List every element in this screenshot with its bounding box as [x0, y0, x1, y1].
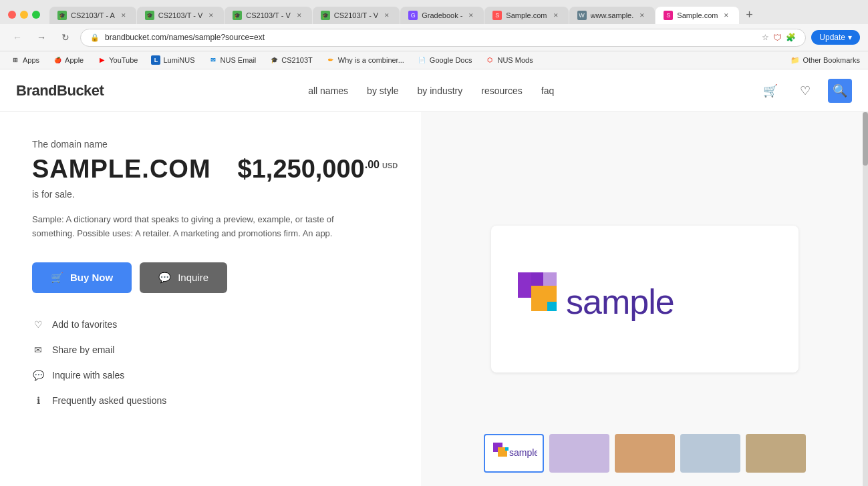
header-actions: 🛒 ♡ 🔍	[758, 79, 852, 103]
logo-thumbnails: sample	[421, 434, 868, 473]
svg-rect-3	[547, 302, 557, 311]
back-button[interactable]: ←	[8, 28, 27, 47]
bookmark-luminus[interactable]: L LumiNUS	[148, 54, 197, 66]
page-content: BrandBucket all names by style by indust…	[0, 69, 868, 486]
bookmark-nus-email[interactable]: ✉ NUS Email	[206, 54, 259, 66]
bookmark-label: Apple	[65, 56, 84, 64]
reload-button[interactable]: ↻	[56, 28, 75, 47]
for-sale-label: is for sale.	[32, 189, 389, 200]
update-button[interactable]: Update ▾	[811, 30, 860, 45]
tab-cs2103t-v2[interactable]: 🎓 CS2103/T - V ✕	[225, 7, 311, 24]
tab-close-icon[interactable]: ✕	[637, 11, 647, 20]
chat-bubble-icon: 💬	[32, 369, 44, 381]
tab-title: Sample.com	[506, 11, 547, 19]
nus-email-icon: ✉	[208, 55, 218, 65]
bookmark-cs2103t[interactable]: 🎓 CS2103T	[267, 54, 315, 66]
price-cents: .00	[365, 159, 380, 170]
tab-cs2103t-a[interactable]: 🎓 CS2103/T - A ✕	[49, 7, 136, 24]
tab-www-sample[interactable]: W www.sample. ✕	[569, 7, 656, 24]
tab-close-icon[interactable]: ✕	[722, 11, 731, 20]
combiner-icon: ✏	[326, 55, 335, 65]
tab-cs2103t-v1[interactable]: 🎓 CS2103/T - V ✕	[137, 7, 224, 24]
tab-close-icon[interactable]: ✕	[551, 11, 561, 20]
other-bookmarks[interactable]: 📁 Other Bookmarks	[790, 56, 860, 65]
nav-all-names[interactable]: all names	[308, 85, 348, 96]
bookmark-google-docs[interactable]: 📄 Google Docs	[415, 54, 475, 66]
new-tab-button[interactable]: +	[740, 5, 758, 24]
bookmark-combiner[interactable]: ✏ Why is a combiner...	[323, 54, 407, 66]
bookmark-label: NUS Mods	[497, 56, 533, 64]
inquire-sales-label: Inquire with sales	[52, 370, 124, 381]
forward-button[interactable]: →	[32, 28, 51, 47]
tab-sample-com-2[interactable]: S Sample.com ✕	[656, 7, 739, 24]
thumbnail-1[interactable]: sample	[484, 434, 544, 473]
tab-title: CS2103/T - V	[246, 11, 290, 19]
inquire-with-sales-button[interactable]: 💬 Inquire with sales	[32, 362, 389, 388]
bookmark-label: Apps	[23, 56, 39, 64]
tab-title: CS2103/T - A	[71, 11, 115, 19]
thumbnail-2[interactable]	[549, 434, 609, 473]
nav-by-industry[interactable]: by industry	[418, 85, 463, 96]
search-icon: 🔍	[833, 83, 847, 98]
tab-cs2103t-v3[interactable]: 🎓 CS2103/T - V ✕	[313, 7, 400, 24]
scrollbar[interactable]	[863, 112, 868, 486]
bookmark-label: Google Docs	[430, 56, 472, 64]
tab-close-icon[interactable]: ✕	[119, 11, 128, 20]
folder-icon: 📁	[790, 56, 800, 65]
bookmark-nus-mods[interactable]: ⬡ NUS Mods	[482, 54, 535, 66]
bookmark-apps[interactable]: ⊞ Apps	[8, 54, 42, 66]
svg-text:sample: sample	[566, 282, 674, 321]
maximize-button[interactable]	[32, 11, 40, 19]
svg-text:sample: sample	[509, 447, 537, 458]
favorites-button[interactable]: ♡	[793, 79, 817, 103]
tab-sample-com-1[interactable]: S Sample.com ✕	[484, 7, 568, 24]
cart-icon: 🛒	[51, 272, 63, 284]
share-email-label: Share by email	[52, 344, 114, 355]
thumbnail-5[interactable]	[746, 434, 806, 473]
tab-title: Gradebook -	[422, 11, 462, 19]
bookmark-youtube[interactable]: ▶ YouTube	[94, 54, 140, 66]
add-to-favorites-button[interactable]: ♡ Add to favorites	[32, 312, 389, 337]
nav-by-style[interactable]: by style	[367, 85, 398, 96]
thumbnail-4[interactable]	[680, 434, 740, 473]
extensions-icon[interactable]: 🧩	[786, 33, 796, 42]
bookmark-label: YouTube	[109, 56, 138, 64]
cart-icon: 🛒	[763, 83, 778, 98]
logo-preview-panel: sample sample	[421, 112, 868, 486]
share-by-email-button[interactable]: ✉ Share by email	[32, 337, 389, 362]
tab-title: CS2103/T - V	[334, 11, 378, 19]
tab-gradebook[interactable]: G Gradebook - ✕	[400, 7, 484, 24]
nav-faq[interactable]: faq	[541, 85, 554, 96]
question-icon: ℹ	[32, 395, 44, 407]
scrollbar-thumb[interactable]	[863, 112, 868, 166]
faq-button[interactable]: ℹ Frequently asked questions	[32, 388, 389, 413]
price-whole: $1,250,000	[238, 155, 365, 183]
apple-icon: 🍎	[53, 55, 62, 65]
bookmark-apple[interactable]: 🍎 Apple	[50, 54, 86, 66]
thumbnail-3[interactable]	[615, 434, 675, 473]
nav-resources[interactable]: resources	[481, 85, 522, 96]
main-body: The domain name SAMPLE.COM $1,250,000.00…	[0, 112, 868, 486]
buy-now-label: Buy Now	[70, 272, 113, 283]
tab-close-icon[interactable]: ✕	[382, 11, 392, 20]
tab-close-icon[interactable]: ✕	[295, 11, 304, 20]
tab-title: CS2103/T - V	[158, 11, 202, 19]
close-button[interactable]	[8, 11, 16, 19]
inquire-label: Inquire	[178, 272, 208, 283]
bookmark-label: CS2103T	[281, 56, 312, 64]
search-button[interactable]: 🔍	[828, 79, 852, 103]
tab-close-icon[interactable]: ✕	[206, 11, 216, 20]
heart-icon: ♡	[800, 83, 811, 98]
cs2103t-icon: 🎓	[269, 55, 279, 65]
bookmark-label: NUS Email	[221, 56, 257, 64]
chevron-down-icon: ▾	[848, 33, 852, 42]
buy-now-button[interactable]: 🛒 Buy Now	[32, 262, 132, 293]
tab-close-icon[interactable]: ✕	[466, 11, 476, 20]
minimize-button[interactable]	[20, 11, 28, 19]
bookmark-star-icon[interactable]: ☆	[762, 33, 769, 42]
cart-button[interactable]: 🛒	[758, 79, 782, 103]
site-logo[interactable]: BrandBucket	[16, 82, 104, 99]
inquire-button[interactable]: 💬 Inquire	[140, 262, 227, 293]
adblock-icon[interactable]: 🛡	[773, 33, 782, 43]
address-bar[interactable]: 🔒 brandbucket.com/names/sample?source=ex…	[80, 29, 806, 47]
